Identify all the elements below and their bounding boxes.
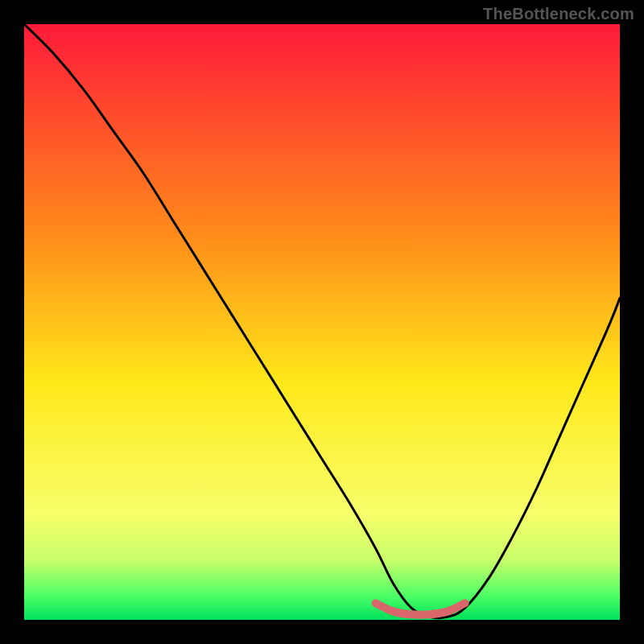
watermark-text: TheBottleneck.com (483, 5, 634, 23)
chart-background (24, 24, 620, 620)
chart-frame: TheBottleneck.com (0, 0, 644, 644)
plot-area (24, 24, 620, 620)
chart-svg (24, 24, 620, 620)
